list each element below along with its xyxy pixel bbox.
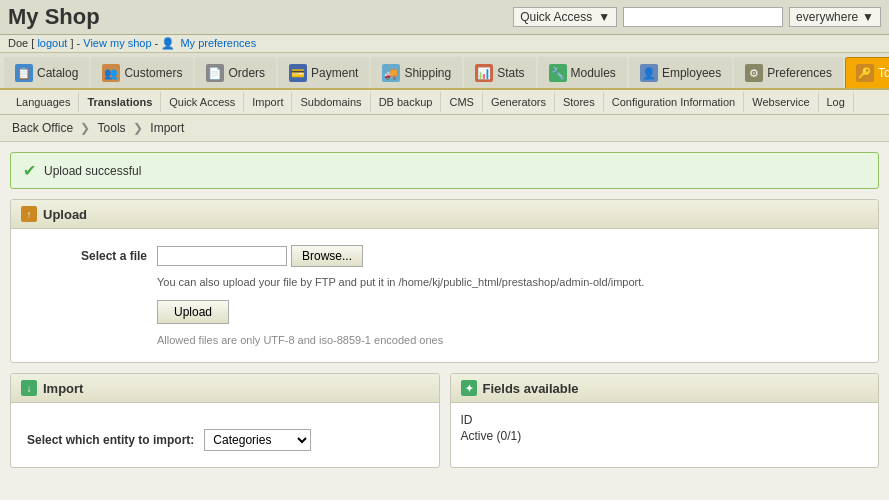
header: My Shop Quick Access ▼ everywhere ▼ — [0, 0, 889, 35]
nav-item-payment[interactable]: 💳Payment — [278, 57, 369, 88]
content: ✔ Upload successful ↑ Upload Select a fi… — [0, 142, 889, 488]
sub-nav-item-languages[interactable]: Languages — [8, 92, 79, 112]
breadcrumb-tools[interactable]: Tools — [98, 121, 126, 135]
quick-access-label: Quick Access — [520, 10, 592, 24]
user-icon: 👤 — [161, 37, 175, 49]
upload-section-header: ↑ Upload — [11, 200, 878, 229]
sub-nav-item-quick-access[interactable]: Quick Access — [161, 92, 244, 112]
nav-item-shipping[interactable]: 🚚Shipping — [371, 57, 462, 88]
shop-title: My Shop — [8, 4, 100, 30]
success-icon: ✔ — [23, 161, 36, 180]
sub-nav-item-import[interactable]: Import — [244, 92, 292, 112]
upload-section-body: Select a file Browse... You can also upl… — [11, 229, 878, 362]
sub-nav-item-generators[interactable]: Generators — [483, 92, 555, 112]
catalog-nav-label: Catalog — [37, 66, 78, 80]
customers-nav-icon: 👥 — [102, 64, 120, 82]
sub-nav-item-translations[interactable]: Translations — [79, 92, 161, 112]
sub-nav-item-db-backup[interactable]: DB backup — [371, 92, 442, 112]
import-section-header: ↓ Import — [11, 374, 439, 403]
fields-section-header: ✦ Fields available — [451, 374, 879, 403]
sub-nav-item-webservice[interactable]: Webservice — [744, 92, 818, 112]
success-text: Upload successful — [44, 164, 141, 178]
modules-nav-icon: 🔧 — [549, 64, 567, 82]
import-section: ↓ Import Select which entity to import: … — [10, 373, 440, 468]
nav-item-customers[interactable]: 👥Customers — [91, 57, 193, 88]
modules-nav-label: Modules — [571, 66, 616, 80]
payment-nav-icon: 💳 — [289, 64, 307, 82]
breadcrumb-arrow: ❯ — [80, 121, 90, 135]
view-shop-label: View my shop — [83, 37, 151, 49]
allowed-files-note: Allowed files are only UTF-8 and iso-885… — [157, 334, 862, 346]
view-shop-link[interactable]: View my shop — [83, 37, 154, 49]
upload-button[interactable]: Upload — [157, 300, 229, 324]
nav-item-orders[interactable]: 📄Orders — [195, 57, 276, 88]
search-input[interactable] — [623, 7, 783, 27]
tools-nav-icon: 🔑 — [856, 64, 874, 82]
entity-dropdown[interactable]: Categories Products Customers Addresses … — [204, 429, 311, 451]
catalog-nav-icon: 📋 — [15, 64, 33, 82]
nav-item-catalog[interactable]: 📋Catalog — [4, 57, 89, 88]
preferences-nav-label: Preferences — [767, 66, 832, 80]
employees-nav-label: Employees — [662, 66, 721, 80]
breadcrumb-back-office[interactable]: Back Office — [12, 121, 73, 135]
sub-nav: LanguagesTranslationsQuick AccessImportS… — [0, 90, 889, 115]
sub-nav-item-configuration-information[interactable]: Configuration Information — [604, 92, 745, 112]
user-bar: Doe [ logout ] - View my shop - 👤 My pre… — [0, 35, 889, 53]
search-scope-label: everywhere — [796, 10, 858, 24]
shipping-nav-label: Shipping — [404, 66, 451, 80]
stats-nav-label: Stats — [497, 66, 524, 80]
logout-link[interactable]: logout — [37, 37, 67, 49]
customers-nav-label: Customers — [124, 66, 182, 80]
breadcrumb: Back Office ❯ Tools ❯ Import — [0, 115, 889, 142]
file-path-input[interactable] — [157, 246, 287, 266]
fields-body: ID Active (0/1) — [451, 403, 879, 455]
import-section-body: Select which entity to import: Categorie… — [11, 403, 439, 467]
nav-item-modules[interactable]: 🔧Modules — [538, 57, 627, 88]
orders-nav-icon: 📄 — [206, 64, 224, 82]
browse-button[interactable]: Browse... — [291, 245, 363, 267]
fields-section-title: Fields available — [483, 381, 579, 396]
import-section-title: Import — [43, 381, 83, 396]
upload-section: ↑ Upload Select a file Browse... You can… — [10, 199, 879, 363]
entity-select-row: Select which entity to import: Categorie… — [27, 429, 423, 451]
nav-item-preferences[interactable]: ⚙Preferences — [734, 57, 843, 88]
sub-nav-item-stores[interactable]: Stores — [555, 92, 604, 112]
employees-nav-icon: 👤 — [640, 64, 658, 82]
nav-item-tools[interactable]: 🔑Tools — [845, 57, 889, 88]
bottom-row: ↓ Import Select which entity to import: … — [10, 373, 879, 478]
field-id: ID — [461, 413, 869, 427]
file-select-row: Select a file Browse... — [27, 245, 862, 267]
my-preferences-link[interactable]: My preferences — [180, 37, 256, 49]
header-right: Quick Access ▼ everywhere ▼ — [513, 7, 881, 27]
quick-access-dropdown[interactable]: Quick Access ▼ — [513, 7, 617, 27]
chevron-down-icon: ▼ — [862, 10, 874, 24]
upload-header-icon: ↑ — [21, 206, 37, 222]
nav-item-employees[interactable]: 👤Employees — [629, 57, 732, 88]
ftp-note: You can also upload your file by FTP and… — [157, 275, 862, 290]
sub-nav-item-log[interactable]: Log — [819, 92, 854, 112]
payment-nav-label: Payment — [311, 66, 358, 80]
import-header-icon: ↓ — [21, 380, 37, 396]
field-active: Active (0/1) — [461, 429, 869, 443]
upload-section-title: Upload — [43, 207, 87, 222]
nav-item-stats[interactable]: 📊Stats — [464, 57, 535, 88]
chevron-down-icon: ▼ — [598, 10, 610, 24]
shipping-nav-icon: 🚚 — [382, 64, 400, 82]
sub-nav-item-subdomains[interactable]: Subdomains — [292, 92, 370, 112]
orders-nav-label: Orders — [228, 66, 265, 80]
sub-nav-item-cms[interactable]: CMS — [441, 92, 482, 112]
preferences-nav-icon: ⚙ — [745, 64, 763, 82]
fields-section: ✦ Fields available ID Active (0/1) — [450, 373, 880, 468]
success-message: ✔ Upload successful — [10, 152, 879, 189]
tools-nav-label: Tools — [878, 66, 889, 80]
search-scope-selector[interactable]: everywhere ▼ — [789, 7, 881, 27]
breadcrumb-arrow: ❯ — [133, 121, 143, 135]
select-file-label: Select a file — [27, 249, 147, 263]
fields-header-icon: ✦ — [461, 380, 477, 396]
entity-select-label: Select which entity to import: — [27, 433, 194, 447]
main-nav: 📋Catalog👥Customers📄Orders💳Payment🚚Shippi… — [0, 53, 889, 90]
breadcrumb-import: Import — [150, 121, 184, 135]
greeting-text: Doe — [8, 37, 28, 49]
stats-nav-icon: 📊 — [475, 64, 493, 82]
